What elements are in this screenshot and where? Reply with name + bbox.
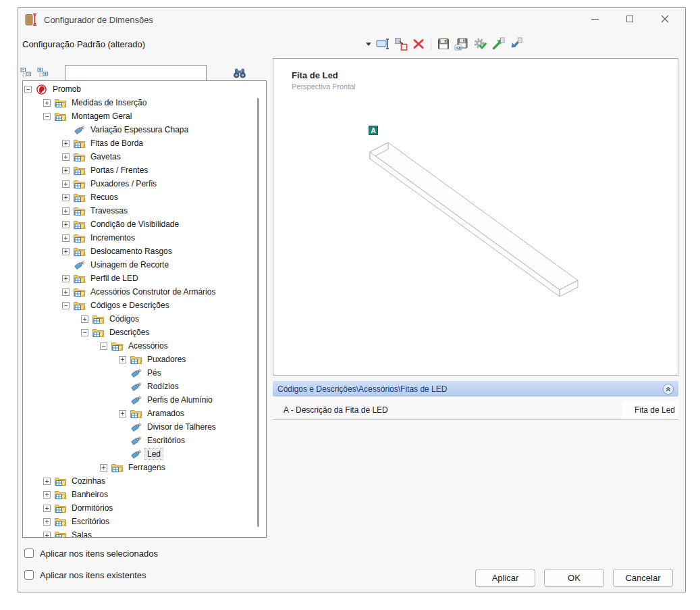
collapse-panel-button[interactable] <box>663 384 674 395</box>
ok-button[interactable]: OK <box>544 569 604 587</box>
expand-toggle-icon[interactable]: + <box>100 464 107 472</box>
checkbox-aplicar-nos-itens-existentes[interactable]: Aplicar nos itens existentes <box>24 568 158 582</box>
expand-toggle-icon[interactable]: + <box>62 234 70 242</box>
collapse-toggle-icon[interactable]: − <box>43 113 51 120</box>
tree-item-dormitorios[interactable]: + Dormitórios <box>23 501 266 515</box>
tree-item-escritorios[interactable]: Escritórios <box>23 434 266 447</box>
tree-item-ferragens[interactable]: + Ferragens <box>23 461 266 474</box>
tree-item-acessorios[interactable]: − Acessórios <box>23 339 266 353</box>
expand-toggle-icon[interactable]: + <box>43 491 51 499</box>
tree-item-rodizios[interactable]: Rodízios <box>23 380 266 393</box>
tree-item-fitas-de-borda[interactable]: + Fitas de Borda <box>23 136 266 150</box>
tree-item-montagem-geral[interactable]: − Montagem Geral <box>23 109 266 123</box>
tree-item-pes[interactable]: Pés <box>23 366 266 380</box>
tree-item-label: Incrementos <box>88 232 137 243</box>
folder-icon <box>74 206 85 216</box>
tag-icon <box>74 260 85 270</box>
expand-toggle-icon[interactable]: + <box>81 315 88 323</box>
expand-all-button[interactable] <box>36 67 49 78</box>
tree-item-perfis-de-aluminio[interactable]: Perfis de Alumínio <box>23 393 266 407</box>
dropdown-caret-icon[interactable] <box>365 36 372 51</box>
collapse-toggle-icon[interactable]: − <box>62 302 70 309</box>
tag-icon <box>130 436 142 446</box>
tree-item-acessorios-construtor-de-armarios[interactable]: + Acessórios Construtor de Armários <box>23 285 266 299</box>
collapse-all-button[interactable] <box>20 67 32 78</box>
duplicate-config-icon[interactable] <box>394 36 408 51</box>
tree-search-input[interactable] <box>65 65 207 81</box>
tree-item-aramados[interactable]: + Aramados <box>23 407 266 420</box>
tree-item-led[interactable]: Led <box>23 447 266 461</box>
expand-toggle-icon[interactable]: + <box>62 167 70 174</box>
tree-item-puxadores-perfis[interactable]: + Puxadores / Perfis <box>23 177 266 190</box>
tree-item-codigos[interactable]: + Códigos <box>23 312 266 326</box>
cancelar-button[interactable]: Cancelar <box>613 569 673 587</box>
expand-toggle-icon[interactable]: + <box>43 532 51 538</box>
collapse-toggle-icon[interactable]: − <box>24 86 32 93</box>
save-icon[interactable] <box>437 36 450 51</box>
tree-item-label: Travessas <box>88 205 130 216</box>
save-as-code-icon[interactable]: <a <box>454 36 469 51</box>
tree-item-codigos-e-descricoes[interactable]: − Códigos e Descrições <box>23 299 266 312</box>
checkbox-aplicar-nos-itens-selecionados[interactable]: Aplicar nos itens selecionados <box>24 547 158 560</box>
collapse-toggle-icon[interactable]: − <box>100 342 107 350</box>
folder-icon <box>55 476 66 486</box>
close-button[interactable] <box>647 8 682 30</box>
folder-icon <box>74 220 85 230</box>
tree-item-divisor-de-talheres[interactable]: Divisor de Talheres <box>23 420 266 434</box>
tree-item-usinagem-de-recorte[interactable]: Usinagem de Recorte <box>23 258 266 272</box>
expand-toggle-icon[interactable]: + <box>62 194 70 201</box>
export-arrow-icon[interactable] <box>491 36 505 51</box>
aplicar-button[interactable]: Aplicar <box>475 569 535 587</box>
tree-item-incrementos[interactable]: + Incrementos <box>23 231 266 245</box>
delete-config-icon[interactable] <box>412 36 425 51</box>
tree-item-perfil-de-led[interactable]: + Perfil de LED <box>23 272 266 285</box>
tree-item-label: Aramados <box>145 408 186 419</box>
minimize-button[interactable] <box>577 8 612 30</box>
expand-toggle-icon[interactable]: + <box>43 478 51 485</box>
collapse-toggle-icon[interactable]: − <box>81 329 88 336</box>
tree-item-medidas-de-insercao[interactable]: + Medidas de Inserção <box>23 96 266 109</box>
tree-item-banheiros[interactable]: + Banheiros <box>23 488 266 501</box>
checkbox-box-icon[interactable] <box>24 570 34 580</box>
folder-icon <box>55 111 66 122</box>
tree-item-label: Gavetas <box>88 151 123 162</box>
tree-item-descricoes[interactable]: − Descrições <box>23 326 266 339</box>
tree-scrollbar-thumb[interactable] <box>257 98 259 527</box>
find-button[interactable] <box>232 66 248 79</box>
detail-row-value[interactable]: Fita de Led <box>622 401 678 419</box>
expand-toggle-icon[interactable]: + <box>62 153 70 161</box>
tree-item-gavetas[interactable]: + Gavetas <box>23 150 266 163</box>
footer-checkboxes: Aplicar nos itens selecionadosAplicar no… <box>24 547 158 590</box>
tree-item-recuos[interactable]: + Recuos <box>23 190 266 204</box>
expand-toggle-icon[interactable]: + <box>62 221 70 228</box>
tree-item-promob[interactable]: − Promob <box>23 82 266 96</box>
tree-item-deslocamento-rasgos[interactable]: + Deslocamento Rasgos <box>23 245 266 258</box>
tree-item-cozinhas[interactable]: + Cozinhas <box>23 474 266 488</box>
tree-item-variacao-espessura-chapa[interactable]: Variação Espessura Chapa <box>23 123 266 136</box>
expand-toggle-icon[interactable]: + <box>119 410 126 417</box>
expand-toggle-icon[interactable]: + <box>62 140 70 147</box>
tree-item-label: Usinagem de Recorte <box>88 259 171 270</box>
expand-toggle-icon[interactable]: + <box>43 505 51 512</box>
expand-toggle-icon[interactable]: + <box>62 207 70 215</box>
tree-item-condicao-de-visibilidade[interactable]: + Condição de Visibilidade <box>23 218 266 231</box>
tree-item-puxadores[interactable]: + Puxadores <box>23 353 266 366</box>
expand-toggle-icon[interactable]: + <box>43 518 51 526</box>
apply-check-icon[interactable] <box>473 36 487 51</box>
import-arrow-icon[interactable] <box>509 36 522 51</box>
expand-toggle-icon[interactable]: + <box>62 275 70 282</box>
expand-toggle-icon[interactable]: + <box>62 288 70 296</box>
rename-config-icon[interactable] <box>376 36 390 51</box>
folder-icon <box>92 314 104 324</box>
expand-toggle-icon[interactable]: + <box>62 248 70 255</box>
details-header[interactable]: Códigos e Descrições\Acessórios\Fitas de… <box>273 381 678 397</box>
expand-toggle-icon[interactable]: + <box>43 99 51 107</box>
checkbox-box-icon[interactable] <box>24 549 34 558</box>
tree-item-travessas[interactable]: + Travessas <box>23 204 266 218</box>
tree-item-escritorios[interactable]: + Escritórios <box>23 515 266 528</box>
tree-item-salas[interactable]: + Salas <box>23 528 266 538</box>
expand-toggle-icon[interactable]: + <box>62 180 70 188</box>
expand-toggle-icon[interactable]: + <box>119 356 126 363</box>
maximize-button[interactable] <box>612 8 647 30</box>
tree-item-portas-frentes[interactable]: + Portas / Frentes <box>23 163 266 177</box>
